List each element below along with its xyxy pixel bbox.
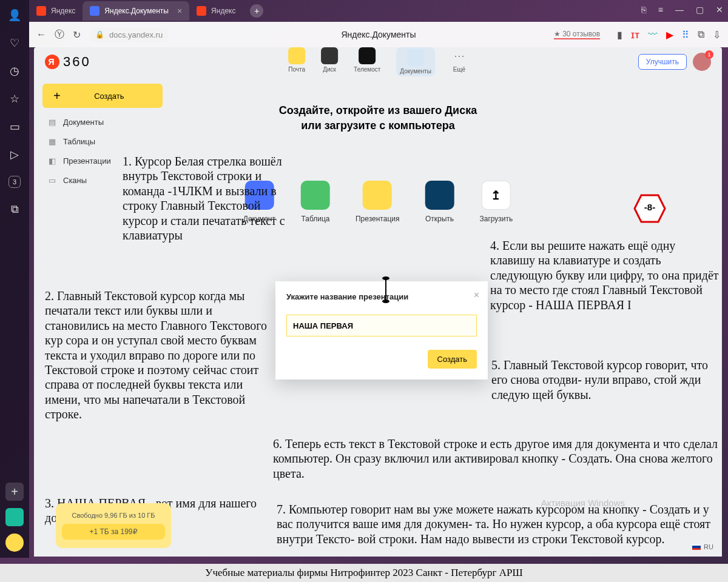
text-cursor-overlay [380, 278, 392, 302]
address-bar: ← Ⓨ ↻ 🔒docs.yandex.ru Яндекс.Документы ★… [29, 22, 728, 47]
action-table[interactable]: Таблица [301, 181, 330, 223]
annotation-1: 1. Курсор Белая стрелка вошёл внутрь Тек… [123, 154, 286, 242]
storage-upgrade-button[interactable]: +1 ТБ за 199₽ [62, 524, 165, 540]
upgrade-button[interactable]: Улучшить [638, 54, 687, 70]
annotation-5: 5. Главный Текстовой курсор говорит, что… [491, 358, 722, 402]
star-icon[interactable]: ☆ [8, 92, 21, 105]
nav-mail[interactable]: Почта [288, 47, 305, 76]
url-pill[interactable]: 🔒docs.yandex.ru [89, 28, 169, 42]
annotation-4: 4. Если вы решите нажать ещё одну клавиш… [490, 238, 722, 312]
logo-360[interactable]: Я360 [45, 54, 91, 70]
copy-icon[interactable]: ⧉ [8, 202, 21, 216]
downloads-icon[interactable]: ⇩ [713, 29, 721, 41]
close-icon[interactable]: × [177, 6, 182, 16]
chat-icon[interactable]: ▭ [8, 120, 21, 133]
clock-icon[interactable]: ◷ [8, 64, 21, 78]
nav-documents[interactable]: Документы [396, 47, 435, 76]
yandex-nav-icon[interactable]: Ⓨ [55, 28, 64, 41]
minimize-icon[interactable]: — [675, 5, 684, 15]
tab-3[interactable]: Яндекс [189, 1, 243, 21]
bookmark-icon[interactable]: ▮ [617, 29, 622, 41]
app-header: Я360 Почта Диск Телемост Документы ⋯Ещё … [34, 47, 722, 76]
menu-icon[interactable]: ≡ [658, 5, 663, 15]
maximize-icon[interactable]: ▢ [696, 5, 704, 15]
lock-icon: 🔒 [95, 30, 104, 39]
windows-watermark: Активация Windows [541, 498, 625, 508]
annotation-7: 7. Компьютер говорит нам вы уже можете н… [277, 502, 722, 546]
extensions-icon[interactable]: ⧉ [698, 29, 704, 40]
dialog-close-icon[interactable]: × [474, 290, 479, 301]
close-window-icon[interactable]: ✕ [716, 5, 723, 15]
ext2-icon[interactable]: 〰 [648, 29, 658, 40]
hero-title: Создайте, откройте из вашего Дискаили за… [279, 103, 477, 133]
bell-icon[interactable]: ♡ [8, 36, 21, 50]
translate-icon[interactable]: ⠿ [682, 29, 689, 41]
page-title: Яндекс.Документы [341, 30, 416, 39]
reviews-badge[interactable]: ★ 30 отзывов [554, 30, 600, 39]
storage-widget: Свободно 9,96 ГБ из 10 ГБ +1 ТБ за 199₽ [56, 503, 171, 548]
dialog-create-button[interactable]: Создать [428, 350, 477, 369]
nav-more[interactable]: ⋯Ещё [451, 47, 468, 76]
annotation-6: 6. Теперь есть текст в Текстовой строке … [273, 436, 722, 481]
play-icon[interactable]: ▷ [8, 148, 21, 161]
avatar[interactable] [693, 53, 711, 71]
action-open[interactable]: Открыть [425, 181, 454, 223]
storage-text: Свободно 9,96 ГБ из 10 ГБ [62, 512, 165, 519]
rail-teal-icon[interactable] [5, 508, 24, 526]
reload-icon[interactable]: ↻ [73, 29, 81, 41]
nav-disk[interactable]: Диск [321, 47, 338, 76]
footer-caption: Учебные материалы фирмы Нитрофинтер 2023… [0, 564, 728, 582]
rail-plus-button[interactable]: + [5, 483, 24, 501]
page-number-badge: -8- [633, 194, 666, 223]
tab-2-active[interactable]: Яндекс.Документы× [83, 1, 189, 21]
reader-icon[interactable]: ⎘ [641, 5, 646, 15]
ext1-icon[interactable]: ɪт [631, 29, 639, 41]
num-icon[interactable]: 3 [8, 176, 21, 188]
youtube-icon[interactable]: ▶ [666, 29, 673, 41]
app-viewport: Я360 Почта Диск Телемост Документы ⋯Ещё … [34, 47, 722, 557]
annotation-2: 2. Главный Текстовой курсор когда мы печ… [45, 289, 274, 422]
tab-1[interactable]: Яндекс [29, 1, 83, 21]
presentation-name-input[interactable] [286, 315, 477, 336]
nav-telemost[interactable]: Телемост [354, 47, 380, 76]
back-icon[interactable]: ← [36, 29, 46, 40]
new-tab-button[interactable]: + [250, 4, 263, 18]
language-indicator[interactable]: RU [692, 543, 713, 550]
action-upload[interactable]: ↥Загрузить [479, 181, 513, 223]
browser-left-rail: 👤 ♡ ◷ ☆ ▭ ▷ 3 ⧉ + [0, 0, 29, 558]
main-area: Создайте, откройте из вашего Дискаили за… [34, 84, 722, 557]
titlebar: Яндекс Яндекс.Документы× Яндекс + ⎘ ≡ — … [29, 0, 728, 22]
action-presentation[interactable]: Презентация [356, 181, 400, 223]
profile-icon[interactable]: 👤 [8, 8, 21, 22]
rail-alice-icon[interactable] [5, 534, 24, 552]
